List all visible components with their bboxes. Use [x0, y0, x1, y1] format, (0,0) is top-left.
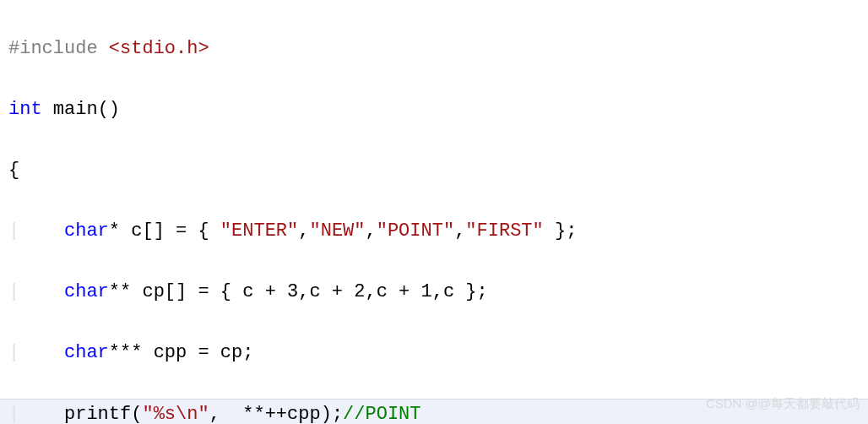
- include-header: <stdio.h>: [109, 38, 209, 59]
- string-literal: "NEW": [309, 220, 365, 242]
- string-literal: "ENTER": [220, 220, 298, 242]
- keyword-char: char: [64, 220, 109, 242]
- code-line-4: | char* c[] = { "ENTER","NEW","POINT","F…: [8, 216, 860, 247]
- function-call: printf(: [64, 404, 142, 424]
- brace-open: {: [8, 160, 19, 181]
- keyword-int: int: [8, 99, 42, 120]
- function-name: main: [53, 99, 98, 120]
- string-literal: "FIRST": [465, 220, 543, 242]
- code-line-1: #include <stdio.h>: [8, 34, 860, 64]
- code-editor: #include <stdio.h> int main() { | char* …: [0, 0, 868, 424]
- keyword-char: char: [64, 281, 109, 302]
- code-line-2: int main(): [8, 95, 860, 125]
- code-line-3: {: [8, 155, 860, 186]
- preprocessor-directive: #include: [8, 38, 109, 59]
- string-literal: "POINT": [377, 220, 454, 242]
- code-line-5: | char** cp[] = { c + 3,c + 2,c + 1,c };: [8, 277, 860, 307]
- code-line-6: | char*** cpp = cp;: [8, 338, 860, 368]
- comment: //POINT: [343, 404, 420, 424]
- format-string: "%s\n": [142, 404, 209, 424]
- parens: (): [98, 99, 120, 120]
- keyword-char: char: [64, 342, 109, 363]
- watermark: CSDN @@每天都要敲代码: [706, 389, 860, 419]
